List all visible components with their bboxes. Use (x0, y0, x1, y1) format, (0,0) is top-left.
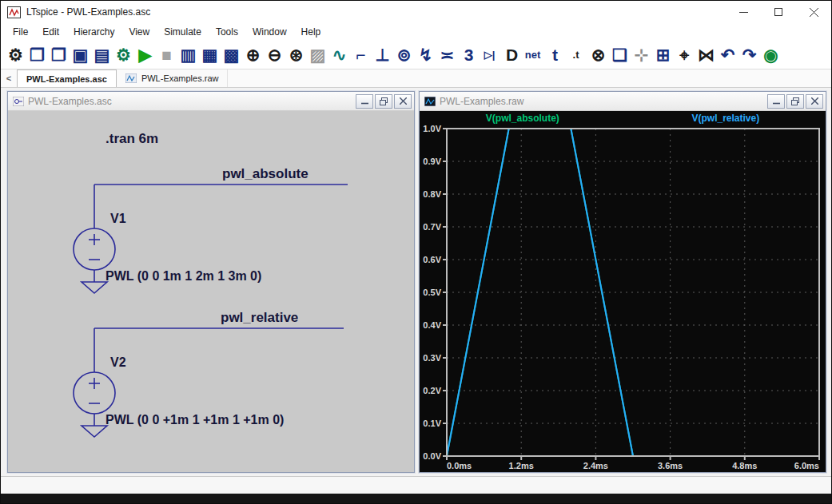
v1-ground-symbol (82, 282, 107, 293)
legend-V(pwl_relative)[interactable]: V(pwl_relative) (691, 113, 759, 124)
status-bar (1, 476, 831, 494)
v1-pwl-value[interactable]: PWL (0 0 1m 1 2m 1 3m 0) (105, 269, 261, 283)
svg-text:0.6V: 0.6V (423, 255, 441, 264)
tab-label: PWL-Examples.raw (141, 73, 219, 83)
waveform-window-icon (424, 96, 436, 106)
zoom-full-extents-icon[interactable]: ⊛ (285, 42, 306, 68)
waveform-plot-pane[interactable]: V(pwl_absolute)V(pwl_relative) 0.0V0.1V0… (420, 111, 826, 472)
tab-scroll-left-icon[interactable]: < (1, 69, 17, 87)
open-file-icon[interactable]: ❐ (47, 42, 69, 68)
place-resistor-icon[interactable]: ↯ (414, 42, 436, 68)
new-schematic-icon[interactable]: ❒ (26, 42, 47, 68)
mirror-icon[interactable]: ⋈ (695, 42, 716, 68)
undo-icon[interactable]: ↶ (716, 42, 738, 68)
drag-icon[interactable]: ⌖ (673, 42, 695, 68)
delete-icon[interactable]: ⊗ (587, 42, 608, 68)
v2-pwl-value[interactable]: PWL (0 0 +1m 1 +1m 1 +1m 0) (105, 413, 284, 427)
menu-tools[interactable]: Tools (209, 25, 245, 40)
minimize-button[interactable] (726, 1, 761, 23)
menu-file[interactable]: File (6, 25, 35, 40)
maximize-button[interactable] (761, 1, 796, 23)
svg-text:0.0V: 0.0V (423, 451, 441, 461)
v2-source[interactable]: pwl_relative V2 PWL (0 0 +1m 1 +1m 1 +1m… (74, 310, 344, 437)
spice-directive-text[interactable]: .tran 6m (105, 131, 158, 146)
tile-horizontal-icon[interactable]: ▦ (198, 42, 220, 68)
waveform-legend: V(pwl_absolute)V(pwl_relative) (420, 111, 826, 125)
tab-pwl-examples-asc[interactable]: PWL-Examples.asc (17, 69, 117, 87)
svg-text:1.0V: 1.0V (423, 125, 441, 133)
waveform-window-title: PWL-Examples.raw (440, 96, 766, 107)
menu-help[interactable]: Help (294, 25, 328, 40)
tile-vertical-icon[interactable]: ▥ (177, 42, 198, 68)
close-button[interactable] (796, 1, 831, 23)
svg-text:0.4V: 0.4V (423, 320, 441, 330)
place-ground-icon[interactable]: ⊥ (371, 42, 392, 68)
place-component-icon[interactable]: D (500, 42, 522, 68)
zoom-search-icon[interactable]: ◉ (759, 42, 781, 68)
svg-text:6.0ms: 6.0ms (794, 461, 819, 470)
svg-text:0.3V: 0.3V (423, 353, 441, 363)
find-icon[interactable]: ⊹ (630, 42, 651, 68)
zoom-in-icon[interactable]: ⊕ (241, 42, 263, 68)
pan-view-icon[interactable]: ▨ (306, 42, 328, 68)
tab-bar: < PWL-Examples.asc PWL-Examples.raw (1, 69, 831, 88)
schematic-window-titlebar[interactable]: PWL-Examples.asc (8, 92, 414, 111)
control-panel-icon[interactable]: ⚙ (4, 42, 26, 68)
save-icon[interactable]: ▣ (69, 42, 90, 68)
draw-wire-icon[interactable]: ⌐ (349, 42, 371, 68)
redo-icon[interactable]: ↷ (738, 42, 759, 68)
label-net-icon[interactable]: ⊚ (392, 42, 414, 68)
place-diode-icon[interactable]: ▷| (479, 42, 500, 68)
spice-directive-icon[interactable]: .t (565, 42, 587, 68)
window-title: LTspice - PWL-Examples.asc (26, 6, 726, 18)
menu-edit[interactable]: Edit (35, 25, 66, 40)
schematic-canvas[interactable]: .tran 6m pwl_absolute V1 PWL (0 0 1m 1 2… (8, 111, 414, 472)
cascade-windows-icon[interactable]: ▩ (220, 42, 241, 68)
place-text-icon[interactable]: t (543, 42, 565, 68)
svg-text:2.4ms: 2.4ms (583, 461, 608, 470)
tab-label: PWL-Examples.asc (26, 74, 107, 84)
waveform-close-button[interactable] (806, 94, 823, 109)
svg-text:0.1V: 0.1V (423, 419, 441, 428)
menu-view[interactable]: View (121, 25, 157, 40)
schematic-window: PWL-Examples.asc .tran 6m (7, 91, 415, 473)
print-icon[interactable]: ▤ (90, 42, 112, 68)
schematic-restore-button[interactable] (375, 94, 392, 109)
v1-source[interactable]: pwl_absolute V1 PWL (0 0 1m 1 2m 1 3m 0) (74, 166, 348, 293)
waveform-plot[interactable]: 0.0V0.1V0.2V0.3V0.4V0.5V0.6V0.7V0.8V0.9V… (420, 125, 826, 472)
place-capacitor-icon[interactable]: ≍ (436, 42, 457, 68)
title-bar: LTspice - PWL-Examples.asc (1, 1, 831, 23)
waveform-restore-button[interactable] (786, 94, 804, 109)
svg-text:3.6ms: 3.6ms (658, 461, 683, 470)
window-controls (726, 1, 831, 23)
move-icon[interactable]: ⊞ (651, 42, 673, 68)
menu-simulate[interactable]: Simulate (157, 25, 209, 40)
schematic-close-button[interactable] (394, 94, 412, 109)
menu-hierarchy[interactable]: Hierarchy (66, 25, 121, 40)
v2-designator[interactable]: V2 (110, 355, 126, 369)
net-name-icon[interactable]: net (522, 42, 543, 68)
svg-text:0.9V: 0.9V (423, 157, 441, 166)
simulation-settings-icon[interactable]: ⚙ (112, 42, 133, 68)
schematic-minimize-button[interactable] (356, 94, 373, 109)
plot-grid (447, 129, 819, 456)
menu-window[interactable]: Window (245, 25, 294, 40)
net-label-pwl-relative[interactable]: pwl_relative (221, 310, 298, 325)
v1-designator[interactable]: V1 (110, 212, 126, 225)
svg-text:0.7V: 0.7V (423, 222, 441, 232)
zoom-out-icon[interactable]: ⊖ (263, 42, 285, 68)
waveform-window-titlebar[interactable]: PWL-Examples.raw (420, 92, 826, 111)
legend-V(pwl_absolute)[interactable]: V(pwl_absolute) (486, 113, 559, 124)
ltspice-logo-icon (7, 6, 21, 18)
svg-text:4.8ms: 4.8ms (732, 461, 757, 470)
menu-bar: FileEditHierarchyViewSimulateToolsWindow… (1, 23, 831, 41)
ltspice-window: LTspice - PWL-Examples.asc FileEditHiera… (0, 0, 832, 504)
place-inductor-icon[interactable]: 3 (457, 42, 479, 68)
run-icon[interactable]: ▶ (133, 42, 155, 68)
tab-pwl-examples-raw[interactable]: PWL-Examples.raw (117, 69, 229, 87)
waveform-viewer-icon[interactable]: ∿ (328, 42, 349, 68)
net-label-pwl-absolute[interactable]: pwl_absolute (222, 166, 309, 181)
halt-icon[interactable]: ■ (155, 42, 177, 68)
waveform-minimize-button[interactable] (767, 94, 785, 109)
copy-icon[interactable]: ❑ (608, 42, 630, 68)
